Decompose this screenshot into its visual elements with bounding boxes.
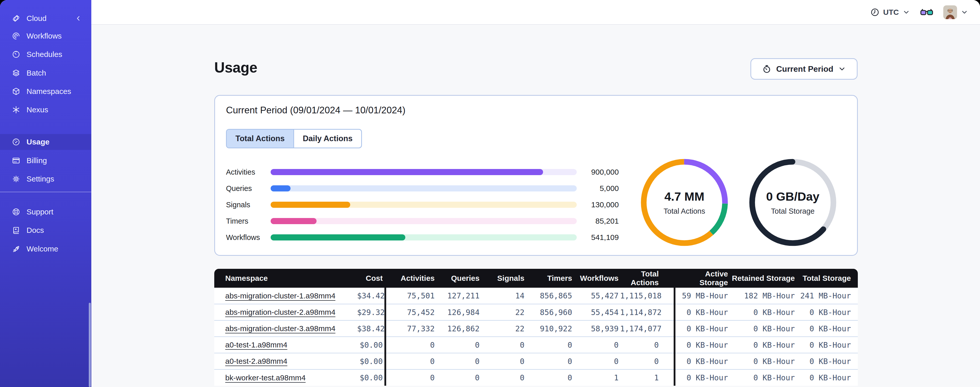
table-cell: 182 MB-Hour xyxy=(730,288,796,304)
table-cell: 0 xyxy=(385,369,436,386)
bar-value: 85,201 xyxy=(577,217,619,225)
tab-daily-actions[interactable]: Daily Actions xyxy=(293,130,361,147)
table-cell: 1 xyxy=(620,369,675,386)
timezone-selector[interactable]: UTC xyxy=(870,8,910,17)
namespace-link[interactable]: a0-test-1.a98mm4 xyxy=(225,341,287,349)
column-header: Namespace xyxy=(214,269,357,288)
labs-glasses-button[interactable] xyxy=(920,7,934,17)
sidebar-item-nexus[interactable]: Nexus xyxy=(0,102,91,118)
table-cell: $29.32 xyxy=(357,304,385,320)
sidebar-item-workflows[interactable]: Workflows xyxy=(0,28,91,44)
table-cell: $34.42 xyxy=(357,288,385,304)
table-cell: 0 xyxy=(526,369,574,386)
chevron-down-icon xyxy=(838,65,846,73)
table-cell: 0 KB-Hour xyxy=(730,320,796,337)
namespace-cell: abs-migration-cluster-3.a98mm4 xyxy=(214,320,357,337)
sidebar-item-docs[interactable]: Docs xyxy=(0,222,91,238)
total-storage-donut: 0 GB/DayTotal Storage xyxy=(748,157,838,248)
table-cell: 1 xyxy=(574,369,620,386)
period-select-button[interactable]: Current Period xyxy=(751,58,858,80)
sidebar-item-label: Nexus xyxy=(27,106,48,114)
donut-label: Total Storage xyxy=(771,207,815,216)
sidebar-item-welcome[interactable]: Welcome xyxy=(0,241,91,257)
table-cell: 856,960 xyxy=(526,304,574,320)
table-cell: 0 xyxy=(481,353,526,369)
nexus-icon xyxy=(12,106,21,114)
namespace-link[interactable]: abs-migration-cluster-2.a98mm4 xyxy=(225,308,336,316)
table-cell: $0.00 xyxy=(357,369,385,386)
sidebar-item-support[interactable]: Support xyxy=(0,204,91,220)
sidebar-item-schedules[interactable]: Schedules xyxy=(0,46,91,62)
sidebar-item-billing[interactable]: Billing xyxy=(0,153,91,168)
table-cell: 0 xyxy=(620,337,675,353)
bar-label: Workflows xyxy=(226,233,270,242)
table-cell: 0 xyxy=(436,337,481,353)
bar-fill xyxy=(270,234,405,240)
sidebar-scrollbar[interactable] xyxy=(89,303,91,387)
table-cell: $38.42 xyxy=(357,320,385,337)
usage-donuts: 4.7 MMTotal Actions0 GB/DayTotal Storage xyxy=(639,157,838,248)
table-cell: 0 KB-Hour xyxy=(796,320,858,337)
table-row: a0-test-2.a98mm4$0.000000000 KB-Hour0 KB… xyxy=(214,353,858,369)
table-cell: 22 xyxy=(481,304,526,320)
bar-value: 5,000 xyxy=(577,184,619,193)
chevron-down-icon xyxy=(902,8,910,16)
table-cell: 58,939 xyxy=(574,320,620,337)
table-cell: $0.00 xyxy=(357,337,385,353)
bar-track xyxy=(270,186,577,192)
page-title: Usage xyxy=(214,59,258,76)
sidebar-item-label: Settings xyxy=(27,174,54,183)
billing-icon xyxy=(12,156,21,165)
bar-row-queries: Queries5,000 xyxy=(226,180,624,197)
usage-icon xyxy=(12,138,21,146)
collapse-sidebar-icon[interactable] xyxy=(75,14,82,22)
batch-icon xyxy=(12,69,21,77)
bar-track xyxy=(270,201,577,208)
namespace-cell: a0-test-1.a98mm4 xyxy=(214,337,357,353)
table-cell: 1,115,018 xyxy=(620,288,675,304)
table-row: abs-migration-cluster-1.a98mm4$34.4275,5… xyxy=(214,288,858,304)
actions-tabs: Total Actions Daily Actions xyxy=(226,129,362,148)
topbar: UTC xyxy=(91,0,980,25)
card-title: Current Period (09/01/2024 — 10/01/2024) xyxy=(226,105,405,116)
table-cell: 59 MB-Hour xyxy=(675,288,730,304)
sidebar-header-cloud[interactable]: Cloud xyxy=(0,10,91,26)
sidebar: Cloud Workflows Schedules Batch Name xyxy=(0,0,91,387)
tab-total-actions[interactable]: Total Actions xyxy=(227,130,293,147)
total-actions-donut: 4.7 MMTotal Actions xyxy=(639,157,730,248)
namespace-cell: a0-test-2.a98mm4 xyxy=(214,353,357,369)
table-cell: $0.00 xyxy=(357,353,385,369)
table-cell: 0 KB-Hour xyxy=(730,369,796,386)
avatar[interactable] xyxy=(943,5,957,19)
sidebar-item-label: Billing xyxy=(27,156,47,165)
namespace-link[interactable]: abs-migration-cluster-1.a98mm4 xyxy=(225,291,336,300)
bar-value: 130,000 xyxy=(577,200,619,209)
sidebar-item-label: Docs xyxy=(27,226,44,235)
docs-book-icon xyxy=(12,226,21,235)
bar-row-signals: Signals130,000 xyxy=(226,197,624,213)
bar-row-workflows: Workflows541,109 xyxy=(226,229,624,246)
bar-row-timers: Timers85,201 xyxy=(226,213,624,229)
table-cell: 126,862 xyxy=(436,320,481,337)
bar-track xyxy=(270,234,577,240)
table-cell: 0 KB-Hour xyxy=(675,369,730,386)
account-menu[interactable] xyxy=(943,5,968,19)
table-cell: 0 xyxy=(481,337,526,353)
namespace-link[interactable]: a0-test-2.a98mm4 xyxy=(225,357,287,365)
table-cell: 0 KB-Hour xyxy=(675,320,730,337)
sidebar-item-settings[interactable]: Settings xyxy=(0,171,91,187)
sidebar-item-usage[interactable]: Usage xyxy=(0,134,91,150)
namespace-usage-table: NamespaceCostActivitiesQueriesSignalsTim… xyxy=(214,269,858,386)
column-header: Activities xyxy=(385,269,436,288)
column-header: Total Storage xyxy=(796,269,858,288)
namespace-link[interactable]: bk-worker-test.a98mm4 xyxy=(225,373,305,382)
namespace-link[interactable]: abs-migration-cluster-3.a98mm4 xyxy=(225,324,336,333)
table-cell: 0 KB-Hour xyxy=(796,369,858,386)
welcome-rocket-icon xyxy=(12,245,21,253)
sidebar-item-namespaces[interactable]: Namespaces xyxy=(0,83,91,99)
bar-label: Queries xyxy=(226,184,270,193)
table-row: abs-migration-cluster-2.a98mm4$29.3275,4… xyxy=(214,304,858,320)
table-cell: 75,452 xyxy=(385,304,436,320)
sidebar-item-batch[interactable]: Batch xyxy=(0,65,91,81)
table-cell: 0 KB-Hour xyxy=(730,353,796,369)
